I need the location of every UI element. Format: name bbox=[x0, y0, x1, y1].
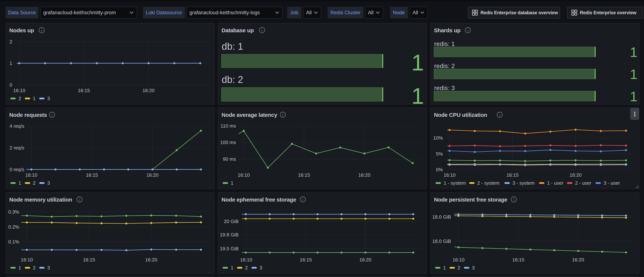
svg-text:1: 1 bbox=[412, 50, 424, 75]
svg-text:10%: 10% bbox=[433, 135, 443, 141]
svg-text:redis: 2: redis: 2 bbox=[434, 62, 455, 69]
svg-text:Node average latency: Node average latency bbox=[222, 112, 277, 118]
svg-text:3: 3 bbox=[47, 180, 50, 186]
svg-text:3: 3 bbox=[47, 96, 50, 101]
svg-text:1: 1 bbox=[412, 84, 424, 105]
svg-text:1: 1 bbox=[18, 180, 21, 186]
svg-text:1: 1 bbox=[630, 89, 638, 104]
svg-text:16:15: 16:15 bbox=[83, 257, 95, 262]
svg-text:2: 2 bbox=[33, 180, 36, 186]
svg-text:16:15: 16:15 bbox=[86, 172, 98, 178]
svg-text:4 req/s: 4 req/s bbox=[10, 123, 24, 129]
svg-text:19.5 GiB: 19.5 GiB bbox=[220, 246, 238, 252]
svg-text:3 - user: 3 - user bbox=[604, 180, 620, 186]
svg-text:2: 2 bbox=[18, 96, 21, 101]
svg-text:16:20: 16:20 bbox=[142, 88, 154, 93]
svg-text:1: 1 bbox=[231, 180, 234, 186]
svg-text:1: 1 bbox=[231, 265, 234, 270]
svg-text:16:20: 16:20 bbox=[358, 172, 370, 178]
svg-text:0 req/s: 0 req/s bbox=[10, 167, 24, 172]
svg-text:18.0 GiB: 18.0 GiB bbox=[432, 214, 451, 220]
svg-text:0.1%: 0.1% bbox=[8, 239, 19, 244]
svg-text:Node requests: Node requests bbox=[9, 112, 47, 118]
svg-text:Database up: Database up bbox=[222, 27, 254, 33]
svg-text:16:15: 16:15 bbox=[506, 172, 518, 178]
svg-text:90 ms: 90 ms bbox=[223, 156, 236, 162]
svg-text:16:10: 16:10 bbox=[452, 257, 464, 262]
svg-text:0: 0 bbox=[10, 82, 12, 88]
svg-text:5%: 5% bbox=[436, 151, 443, 157]
svg-text:16:15: 16:15 bbox=[298, 172, 310, 178]
svg-text:16:10: 16:10 bbox=[238, 172, 250, 178]
svg-text:0%: 0% bbox=[436, 167, 443, 172]
svg-text:16:20: 16:20 bbox=[570, 172, 582, 178]
svg-text:16:15: 16:15 bbox=[512, 257, 524, 262]
svg-text:100 ms: 100 ms bbox=[220, 140, 236, 145]
svg-text:16:10: 16:10 bbox=[21, 257, 33, 262]
svg-text:1: 1 bbox=[630, 66, 638, 82]
svg-text:3 - system: 3 - system bbox=[512, 180, 535, 186]
svg-text:2: 2 bbox=[458, 265, 460, 270]
svg-text:16:10: 16:10 bbox=[444, 172, 456, 178]
svg-text:Node memory utilization: Node memory utilization bbox=[9, 196, 72, 203]
svg-text:18.0 GiB: 18.0 GiB bbox=[432, 238, 451, 244]
svg-text:1: 1 bbox=[443, 265, 446, 270]
svg-text:1 - system: 1 - system bbox=[444, 180, 466, 186]
svg-text:2 - user: 2 - user bbox=[575, 180, 591, 186]
svg-text:16:10: 16:10 bbox=[13, 88, 25, 93]
svg-text:16:20: 16:20 bbox=[572, 257, 584, 262]
svg-text:19.8 GiB: 19.8 GiB bbox=[220, 232, 238, 238]
svg-text:1: 1 bbox=[630, 44, 638, 60]
svg-text:0.3%: 0.3% bbox=[8, 209, 19, 214]
svg-text:0.2%: 0.2% bbox=[8, 224, 19, 230]
svg-text:3: 3 bbox=[472, 265, 474, 270]
svg-text:2 - system: 2 - system bbox=[477, 180, 500, 186]
svg-text:16:15: 16:15 bbox=[300, 257, 312, 262]
svg-text:16:15: 16:15 bbox=[78, 88, 90, 93]
svg-text:16:20: 16:20 bbox=[146, 172, 158, 178]
svg-text:3: 3 bbox=[47, 265, 50, 270]
svg-text:16:20: 16:20 bbox=[145, 257, 157, 262]
svg-text:16:10: 16:10 bbox=[25, 172, 37, 178]
svg-text:db: 1: db: 1 bbox=[222, 41, 243, 52]
svg-text:1: 1 bbox=[33, 96, 36, 101]
svg-text:3: 3 bbox=[260, 265, 262, 270]
svg-text:2: 2 bbox=[33, 265, 36, 270]
svg-text:2 req/s: 2 req/s bbox=[10, 145, 24, 150]
svg-text:2: 2 bbox=[245, 265, 248, 270]
svg-text:110 ms: 110 ms bbox=[220, 123, 236, 129]
svg-text:db: 2: db: 2 bbox=[222, 74, 243, 85]
svg-text:Node CPU utilization: Node CPU utilization bbox=[434, 112, 487, 118]
svg-text:Shards up: Shards up bbox=[434, 27, 460, 33]
svg-text:2: 2 bbox=[10, 39, 12, 44]
svg-text:1: 1 bbox=[18, 265, 21, 270]
svg-text:16:10: 16:10 bbox=[240, 257, 252, 262]
svg-text:Nodes up: Nodes up bbox=[9, 27, 34, 33]
svg-text:Node ephemeral free storage: Node ephemeral free storage bbox=[222, 196, 296, 203]
svg-text:16:20: 16:20 bbox=[360, 257, 372, 262]
svg-text:redis: 3: redis: 3 bbox=[434, 84, 455, 92]
svg-text:1: 1 bbox=[10, 60, 12, 66]
svg-text:Node persistent free storage: Node persistent free storage bbox=[434, 196, 507, 203]
svg-text:redis: 1: redis: 1 bbox=[434, 40, 455, 47]
svg-text:1 - user: 1 - user bbox=[547, 180, 563, 186]
svg-text:20 GiB: 20 GiB bbox=[224, 218, 238, 224]
